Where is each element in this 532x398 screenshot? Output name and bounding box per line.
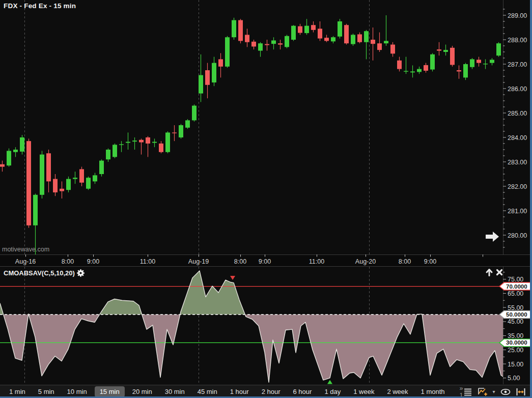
candle-body [179,125,183,137]
indicator-axis-label: 35.00 [508,332,523,339]
timeframe-button-20-min[interactable]: 20 min [127,386,157,397]
candle [470,58,474,69]
candle [113,144,117,158]
candle [490,58,494,65]
candle-body [278,43,283,44]
timeframe-button-10-min[interactable]: 10 min [62,386,92,397]
candle-body [146,137,150,144]
candle [152,138,157,147]
candle [212,57,216,87]
visibility-icon[interactable] [500,387,511,396]
timeframe-button-6-hour[interactable]: 6 hour [288,386,317,397]
candle-body [338,21,342,37]
time-axis[interactable]: Aug-168:009:0011:00Aug-198:009:0011:00Au… [0,254,532,267]
timeframe-button-2-week[interactable]: 2 week [382,386,413,397]
candle-body [113,145,117,157]
candle-body [212,63,216,82]
timeframe-button-30-min[interactable]: 30 min [160,386,190,397]
candle [311,21,316,33]
candle-body [397,61,402,69]
candle [496,42,501,57]
price-axis-label: 288.00 [508,37,527,44]
price-chart[interactable]: 289.00288.00287.00286.00285.00284.00283.… [0,0,532,254]
time-axis-label: 9:00 [259,258,271,265]
candle-body [119,144,124,145]
price-axis-label: 285.00 [508,110,527,117]
menu-icon[interactable] [463,387,472,396]
candle [185,119,190,129]
candle [437,42,441,55]
candle [285,35,289,48]
candle [291,25,296,41]
time-axis-label: 9:00 [87,258,99,265]
svg-text:70.0000: 70.0000 [506,283,527,290]
candle-body [298,26,302,33]
close-panel-button[interactable] [495,268,504,277]
candle [40,151,44,198]
candle [424,63,428,73]
candle-body [172,132,177,133]
candle-body [106,150,110,159]
dropdown-icon[interactable]: ▾ [493,389,495,394]
candle-body [79,169,84,182]
candle-body [73,178,77,179]
candle-body [86,178,91,189]
candle-body [285,36,289,47]
candle [377,33,382,52]
candle-body [218,59,223,66]
timeframe-button-45-min[interactable]: 45 min [192,386,222,397]
candle [351,34,355,46]
price-chart-canvas[interactable]: 289.00288.00287.00286.00285.00284.00283.… [0,0,532,254]
add-study-icon[interactable] [477,387,488,396]
time-axis-label: 8:00 [399,258,411,265]
timeframe-button-5-min[interactable]: 5 min [33,386,60,397]
candle [397,57,402,72]
toolbar-icons: ▾ ▾ [463,387,532,396]
price-axis-label: 284.00 [508,134,527,141]
candles-layer [0,15,501,254]
indicator-panel[interactable]: 75.0065.0055.0045.0035.0025.0015.005.007… [0,267,532,384]
candle [245,29,249,47]
timeframe-button-1-month[interactable]: 1 month [416,386,450,397]
candle-body [311,25,316,30]
time-axis-label: 11:00 [140,258,155,265]
candle-body [324,38,329,41]
candle [417,67,422,74]
candle-body [192,106,197,121]
candle-body [377,43,382,50]
candle [13,147,18,157]
candle-body [351,35,355,44]
move-panel-up-button[interactable] [485,268,494,277]
time-axis-label: 8:00 [234,258,246,265]
svg-text:50.0000: 50.0000 [506,311,527,318]
price-axis-label: 281.00 [508,208,527,215]
indicator-settings-button[interactable] [76,268,86,277]
timeframe-button-1-min[interactable]: 1 min [4,386,31,397]
timeframe-button-1-day[interactable]: 1 day [319,386,346,397]
candle [477,57,481,67]
bar-spacing-icon[interactable] [516,387,526,396]
candle [304,19,309,35]
time-axis-label: 11:00 [309,258,324,265]
candle [318,21,322,41]
indicator-fill-below [0,271,503,382]
candle-body [496,43,501,55]
candle [258,42,263,57]
jump-to-latest-button[interactable] [484,230,501,243]
candle [463,63,468,80]
candle [271,37,276,49]
candle-body [483,64,488,64]
timeframe-button-1-hour[interactable]: 1 hour [225,386,254,397]
timeframe-button-1-week[interactable]: 1 week [348,386,379,397]
time-axis-label: Aug-20 [355,258,376,265]
candle [165,131,170,153]
timeframe-button-2-hour[interactable]: 2 hour [257,386,286,397]
timeframe-button-15-min[interactable]: 15 min [95,386,125,397]
candle [232,18,236,40]
candle-body [33,195,38,225]
candle [172,125,177,141]
triangle-up-marker [327,380,332,384]
indicator-canvas[interactable]: 75.0065.0055.0045.0035.0025.0015.005.007… [0,267,532,384]
candle-body [463,64,468,77]
candle-body [304,26,309,33]
